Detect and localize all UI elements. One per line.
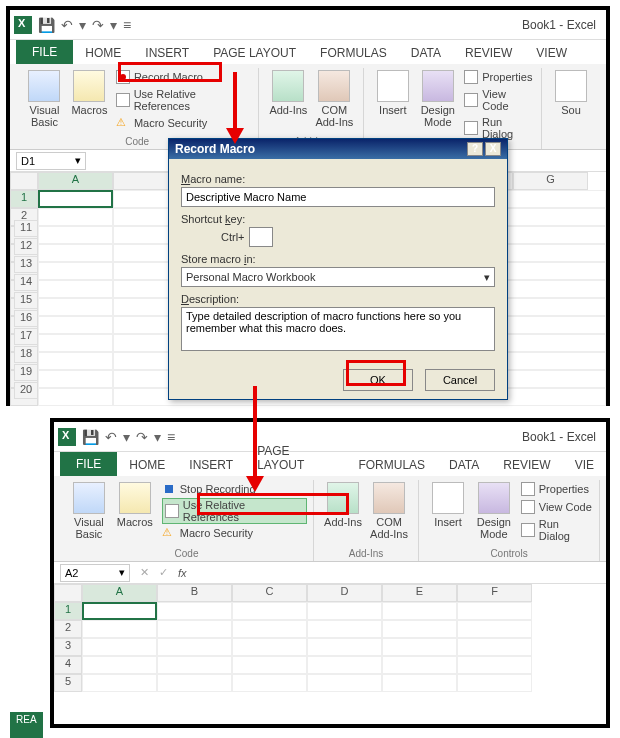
cell[interactable] xyxy=(38,316,113,334)
undo-icon[interactable]: ↶ xyxy=(61,17,73,33)
row-header[interactable]: 5 xyxy=(54,674,82,692)
cell[interactable] xyxy=(82,638,157,656)
row-header[interactable]: 3 xyxy=(54,638,82,656)
cell[interactable] xyxy=(307,620,382,638)
cell[interactable] xyxy=(307,602,382,620)
tab-insert[interactable]: INSERT xyxy=(133,42,201,64)
col-header-c[interactable]: C xyxy=(232,584,307,602)
visual-basic-button[interactable]: Visual Basic xyxy=(22,68,67,134)
cell[interactable] xyxy=(232,674,307,692)
tab-formulas[interactable]: FORMULAS xyxy=(308,42,399,64)
select-all-corner[interactable] xyxy=(10,172,38,190)
cell[interactable] xyxy=(457,620,532,638)
cell[interactable] xyxy=(38,352,113,370)
insert-button[interactable]: Insert xyxy=(425,480,471,546)
row-header[interactable]: 11 xyxy=(14,220,38,237)
tab-insert[interactable]: INSERT xyxy=(177,454,245,476)
col-header-a[interactable]: A xyxy=(82,584,157,602)
row-header[interactable]: 19 xyxy=(14,364,38,381)
cell[interactable] xyxy=(232,656,307,674)
cell[interactable] xyxy=(157,602,232,620)
name-box-2[interactable]: A2▾ xyxy=(60,564,130,582)
row-header[interactable]: 1 xyxy=(54,602,82,620)
tab-file[interactable]: FILE xyxy=(60,452,117,476)
tab-home[interactable]: HOME xyxy=(73,42,133,64)
macro-name-input[interactable] xyxy=(181,187,495,207)
row-header[interactable]: 20 xyxy=(14,382,38,399)
col-header-f[interactable]: F xyxy=(457,584,532,602)
save-icon[interactable]: 💾 xyxy=(38,17,55,33)
cell[interactable] xyxy=(307,638,382,656)
cell[interactable] xyxy=(38,208,113,226)
cell[interactable] xyxy=(38,334,113,352)
qat-customize-icon[interactable]: ≡ xyxy=(123,17,131,33)
cell[interactable] xyxy=(157,620,232,638)
col-header-e[interactable]: E xyxy=(382,584,457,602)
row-header[interactable]: 1 xyxy=(10,190,38,208)
save-icon[interactable]: 💾 xyxy=(82,429,99,445)
insert-button[interactable]: Insert xyxy=(370,68,415,142)
row-header[interactable]: 12 xyxy=(14,238,38,255)
row-header[interactable]: 18 xyxy=(14,346,38,363)
row-header[interactable]: 16 xyxy=(14,310,38,327)
row-header[interactable]: 13 xyxy=(14,256,38,273)
shortcut-key-input[interactable] xyxy=(249,227,273,247)
addins-button[interactable]: Add-Ins xyxy=(320,480,366,546)
cell[interactable] xyxy=(232,620,307,638)
cell[interactable] xyxy=(38,262,113,280)
macro-security-button[interactable]: ⚠ Macro Security xyxy=(162,524,307,542)
redo-icon[interactable]: ↷ xyxy=(92,17,104,33)
source-button[interactable]: Sou xyxy=(548,68,594,149)
cell[interactable] xyxy=(82,602,157,620)
description-textarea[interactable] xyxy=(181,307,495,351)
view-code-button[interactable]: View Code xyxy=(464,86,535,114)
tab-review[interactable]: REVIEW xyxy=(453,42,524,64)
tab-view[interactable]: VIE xyxy=(563,454,606,476)
cell[interactable] xyxy=(38,244,113,262)
view-code-button[interactable]: View Code xyxy=(521,498,593,516)
fx-icon[interactable]: fx xyxy=(178,567,187,579)
dialog-close-button[interactable]: X xyxy=(485,142,501,156)
properties-button[interactable]: Properties xyxy=(464,68,535,86)
cell[interactable] xyxy=(457,674,532,692)
col-header-g[interactable]: G xyxy=(513,172,588,190)
design-mode-button[interactable]: Design Mode xyxy=(471,480,517,546)
formula-enter-icon[interactable]: ✓ xyxy=(159,566,168,579)
col-header-d[interactable]: D xyxy=(307,584,382,602)
undo-dropdown-icon[interactable]: ▾ xyxy=(79,17,86,33)
tab-page-layout[interactable]: PAGE LAYOUT xyxy=(201,42,308,64)
dialog-help-button[interactable]: ? xyxy=(467,142,483,156)
com-addins-button[interactable]: COM Add-Ins xyxy=(366,480,412,546)
cell[interactable] xyxy=(82,620,157,638)
formula-cancel-icon[interactable]: ✕ xyxy=(140,566,149,579)
row-header[interactable]: 17 xyxy=(14,328,38,345)
design-mode-button[interactable]: Design Mode xyxy=(415,68,460,142)
select-all-corner[interactable] xyxy=(54,584,82,602)
cell[interactable] xyxy=(382,656,457,674)
use-relative-button-active[interactable]: Use Relative References xyxy=(162,498,307,524)
name-box-dropdown-icon[interactable]: ▾ xyxy=(119,566,125,579)
row-header[interactable]: 4 xyxy=(54,656,82,674)
redo-dropdown-icon[interactable]: ▾ xyxy=(110,17,117,33)
cell[interactable] xyxy=(382,674,457,692)
cell[interactable] xyxy=(82,656,157,674)
cell[interactable] xyxy=(157,674,232,692)
cell[interactable] xyxy=(382,620,457,638)
cell[interactable] xyxy=(38,280,113,298)
cancel-button[interactable]: Cancel xyxy=(425,369,495,391)
run-dialog-button[interactable]: Run Dialog xyxy=(521,516,593,544)
com-addins-button[interactable]: COM Add-Ins xyxy=(311,68,357,134)
properties-button[interactable]: Properties xyxy=(521,480,593,498)
cell[interactable] xyxy=(307,674,382,692)
name-box[interactable]: D1▾ xyxy=(16,152,86,170)
visual-basic-button[interactable]: Visual Basic xyxy=(66,480,112,546)
cell[interactable] xyxy=(382,602,457,620)
cell[interactable] xyxy=(38,370,113,388)
cell[interactable] xyxy=(82,674,157,692)
cell[interactable] xyxy=(38,190,113,208)
cell[interactable] xyxy=(457,656,532,674)
store-macro-select[interactable]: Personal Macro Workbook ▾ xyxy=(181,267,495,287)
tab-home[interactable]: HOME xyxy=(117,454,177,476)
cell[interactable] xyxy=(232,602,307,620)
spreadsheet-grid-2[interactable]: A B C D E F 12345 xyxy=(54,584,606,692)
